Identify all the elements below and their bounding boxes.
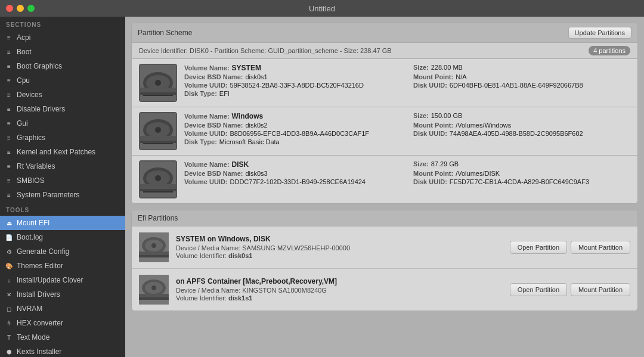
efi-entry-kingston: on APFS Container [Mac,Preboot,Recovery,… xyxy=(132,269,637,311)
efi-device-media-label: Device / Media Name: xyxy=(176,287,240,294)
partition-volume-name-row: Volume Name: SYSTEM xyxy=(184,64,401,72)
volume-name-value: Windows xyxy=(232,112,264,120)
sidebar-item-system-parameters[interactable]: ≡ System Parameters xyxy=(0,188,125,202)
device-info-bar: Device Identifier: DISK0 - Partition Sch… xyxy=(132,43,637,59)
sidebar-item-cpu[interactable]: ≡ Cpu xyxy=(0,73,125,88)
efi-actions-kingston: Open Partition Mount Partition xyxy=(510,283,630,296)
efi-device-media-label: Device / Media Name: xyxy=(176,244,240,252)
sidebar-item-install-update-clover[interactable]: ↓ Install/Update Clover xyxy=(0,273,125,287)
hex-icon: # xyxy=(5,319,13,327)
bsd-value: disk0s3 xyxy=(245,170,267,177)
efi-name-kingston: on APFS Container [Mac,Preboot,Recovery,… xyxy=(176,277,503,285)
sidebar-item-kernel-kext-patches[interactable]: ≡ Kernel and Kext Patches xyxy=(0,145,125,159)
minimize-button[interactable] xyxy=(17,5,24,12)
download-icon: ↓ xyxy=(5,276,13,284)
partition-scheme-section: Partition Scheme Update Partitions Devic… xyxy=(131,23,638,204)
sidebar-item-boot[interactable]: ≡ Boot xyxy=(0,45,125,59)
sidebar-item-label: Themes Editor xyxy=(17,262,63,270)
list-icon: ≡ xyxy=(5,176,13,185)
bsd-value: disk0s2 xyxy=(245,122,267,129)
duuid-value: 6DF04BFB-0E81-4AB1-88AE-649F920667B8 xyxy=(450,82,583,89)
disk-icon-windows xyxy=(139,112,177,150)
list-icon: ≡ xyxy=(5,119,13,128)
svg-rect-20 xyxy=(143,191,173,193)
sidebar-item-label: Text Mode xyxy=(17,333,49,342)
sidebar-item-gui[interactable]: ≡ Gui xyxy=(0,116,125,131)
mount-label: Mount Point: xyxy=(413,122,453,129)
sidebar-item-label: Disable Drivers xyxy=(17,105,65,113)
mount-label: Mount Point: xyxy=(413,170,453,177)
sidebar-item-themes-editor[interactable]: 🎨 Themes Editor xyxy=(0,259,125,273)
size-label: Size: xyxy=(413,160,429,167)
sidebar-item-disable-drivers[interactable]: ≡ Disable Drivers xyxy=(0,102,125,116)
sidebar-item-install-drivers[interactable]: ✕ Install Drivers xyxy=(0,287,125,302)
close-button[interactable] xyxy=(6,5,13,12)
sidebar-item-devices[interactable]: ≡ Devices xyxy=(0,88,125,102)
sidebar-item-boot-log[interactable]: 📄 Boot.log xyxy=(0,230,125,244)
open-partition-button-samsung[interactable]: Open Partition xyxy=(510,241,567,254)
efi-device-media-kingston: Device / Media Name: KINGSTON SA1000M824… xyxy=(176,287,503,294)
vuuid-value: B8D06956-EFCB-4DD3-8B9A-A46D0C3CAF1F xyxy=(230,130,370,137)
efi-volume-id-samsung: Volume Identifier: disk0s1 xyxy=(176,252,503,259)
svg-rect-26 xyxy=(139,255,169,257)
mount-value: /Volumes/Windows xyxy=(456,122,511,129)
update-partitions-button[interactable]: Update Partitions xyxy=(568,27,631,39)
partition-size-row: Size: 228.00 MB xyxy=(413,64,630,72)
bsd-label: Device BSD Name: xyxy=(184,170,243,177)
sidebar-item-kexts-installer[interactable]: ⬢ Kexts Installer xyxy=(0,344,125,357)
sidebar-item-boot-graphics[interactable]: ≡ Boot Graphics xyxy=(0,59,125,73)
mount-partition-button-samsung[interactable]: Mount Partition xyxy=(571,241,630,254)
sidebar-item-label: NVRAM xyxy=(17,305,42,313)
sidebar-item-label: Mount EFI xyxy=(17,219,49,227)
maximize-button[interactable] xyxy=(27,5,35,12)
vuuid-label: Volume UUID: xyxy=(184,178,228,185)
sidebar-item-acpi[interactable]: ≡ Acpi xyxy=(0,30,125,45)
sidebar-item-label: Gui xyxy=(17,119,28,128)
svg-point-3 xyxy=(155,80,161,86)
partition-vuuid-row: Volume UUID: DDDC77F2-102D-33D1-B949-258… xyxy=(184,178,401,185)
svg-point-10 xyxy=(155,127,161,133)
vuuid-value: DDDC77F2-102D-33D1-B949-258CE6A19424 xyxy=(230,178,366,185)
sidebar-item-graphics[interactable]: ≡ Graphics xyxy=(0,131,125,145)
sidebar-item-label: Graphics xyxy=(17,134,45,142)
partition-volume-name-row: Volume Name: DISK xyxy=(184,160,401,169)
partition-entry-disk: Volume Name: DISK Size: 87.29 GB Device … xyxy=(132,156,637,203)
efi-device-media-value: SAMSUNG MZVLW256HEHP-00000 xyxy=(242,244,350,252)
sidebar-item-rt-variables[interactable]: ≡ Rt Variables xyxy=(0,159,125,173)
sidebar-item-smbios[interactable]: ≡ SMBIOS xyxy=(0,173,125,188)
sidebar-item-label: SMBIOS xyxy=(17,176,45,185)
sidebar-item-hex-converter[interactable]: # HEX converter xyxy=(0,316,125,330)
list-icon: ≡ xyxy=(5,33,13,42)
svg-point-17 xyxy=(155,175,161,181)
bsd-label: Device BSD Name: xyxy=(184,122,243,129)
list-icon: ≡ xyxy=(5,148,13,156)
efi-partitions-section: Efi Partitions SYSTEM on Windows, DISK xyxy=(131,210,638,311)
sidebar-item-mount-efi[interactable]: ⏏ Mount EFI xyxy=(0,216,125,230)
efi-volume-id-label: Volume Identifier: xyxy=(176,294,227,302)
mount-value: /Volumes/DISK xyxy=(456,170,500,177)
partition-mount-row: Mount Point: N/A xyxy=(413,73,630,80)
svg-rect-5 xyxy=(140,92,176,95)
vuuid-value: 59F38524-2BA8-33F3-A8DD-BC520F43216D xyxy=(230,82,364,89)
efi-info-samsung: SYSTEM on Windows, DISK Device / Media N… xyxy=(176,235,503,260)
sidebar-item-nvram[interactable]: ◻ NVRAM xyxy=(0,302,125,316)
titlebar-buttons xyxy=(6,5,35,12)
dtype-value: Microsoft Basic Data xyxy=(219,138,280,145)
efi-disk-icon-samsung xyxy=(139,232,169,262)
size-value: 228.00 MB xyxy=(431,64,463,71)
svg-rect-13 xyxy=(143,143,173,144)
open-partition-button-kingston[interactable]: Open Partition xyxy=(510,283,567,296)
vuuid-label: Volume UUID: xyxy=(184,130,228,137)
sidebar-item-label: Boot Graphics xyxy=(17,62,62,70)
sidebar-item-text-mode[interactable]: T Text Mode xyxy=(0,330,125,344)
partition-info-windows: Volume Name: Windows Size: 150.00 GB Dev… xyxy=(184,112,630,145)
sidebar-item-label: Devices xyxy=(17,91,42,99)
mount-partition-button-kingston[interactable]: Mount Partition xyxy=(571,283,630,296)
partition-duuid-row: Disk UUID: FE5D7E7C-EB1A-4CDA-A829-B0FC6… xyxy=(413,178,630,185)
sidebar-item-generate-config[interactable]: ⚙ Generate Config xyxy=(0,244,125,259)
efi-partitions-header: Efi Partitions xyxy=(132,210,637,226)
window-title: Untitled xyxy=(309,4,335,13)
bsd-value: disk0s1 xyxy=(245,73,267,80)
partition-size-row: Size: 87.29 GB xyxy=(413,160,630,169)
svg-point-24 xyxy=(151,243,156,248)
